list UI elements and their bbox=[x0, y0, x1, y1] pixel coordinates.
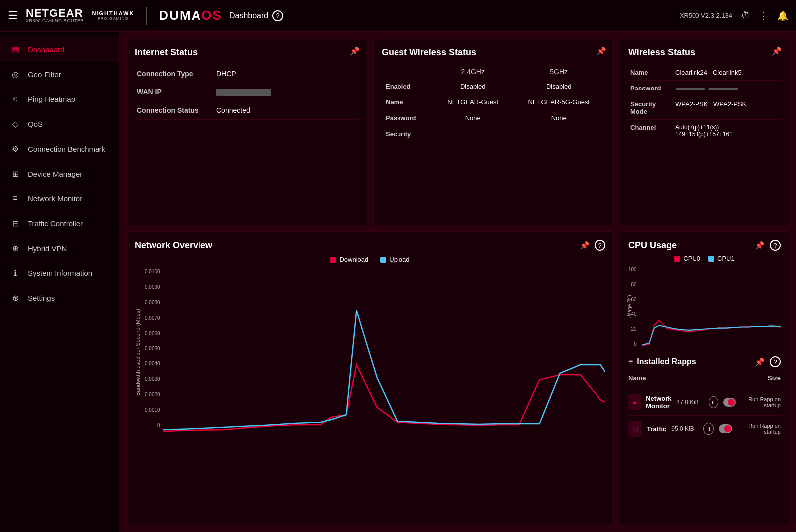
internet-status-card: Internet Status 📌 Connection Type DHCP W… bbox=[126, 39, 367, 225]
guest-wireless-title: Guest Wireless Status bbox=[382, 47, 605, 58]
table-row: Password bbox=[628, 81, 781, 96]
internet-status-pin[interactable]: 📌 bbox=[350, 46, 360, 56]
sidebar-label-system-information: System Information bbox=[28, 269, 92, 277]
upload-line bbox=[163, 310, 605, 430]
nighthawk-logo: NIGHTHAWK PRO GAMING bbox=[92, 10, 135, 21]
ping-heatmap-icon: ⌾ bbox=[10, 93, 21, 104]
rapp-startup-traffic: Run Rapp on startup bbox=[737, 423, 781, 435]
ws-sec-5: WPA2-PSK bbox=[713, 100, 746, 108]
network-overview-card: Network Overview 📌 ? Download Upload Ban… bbox=[126, 231, 614, 525]
table-row: Name NETGEAR-Guest NETGEAR-5G-Guest bbox=[382, 94, 605, 110]
upload-dot bbox=[380, 257, 386, 263]
rapp-name-network-monitor: NetworkMonitor bbox=[646, 395, 671, 410]
sidebar-item-dashboard[interactable]: ▦ Dashboard bbox=[0, 37, 119, 62]
sidebar-item-device-manager[interactable]: ⊞ Device Manager bbox=[0, 161, 119, 186]
notification-icon[interactable]: 🔔 bbox=[777, 10, 788, 21]
network-chart-inner: ↗ bbox=[163, 268, 605, 437]
cpu1-dot bbox=[708, 256, 714, 262]
ws-name-5: Clearlink5 bbox=[713, 69, 742, 76]
installed-rapps-title: Installed Rapps bbox=[637, 357, 696, 366]
download-line bbox=[163, 365, 605, 431]
geo-filter-icon: ◎ bbox=[10, 69, 21, 80]
gw-label-password: Password bbox=[382, 110, 433, 126]
cpu-usage-help[interactable]: ? bbox=[770, 240, 781, 251]
sidebar-item-ping-heatmap[interactable]: ⌾ Ping Heatmap bbox=[0, 87, 119, 111]
sidebar-item-traffic-controller[interactable]: ⊟ Traffic Controller bbox=[0, 211, 119, 236]
rapp-toggle-network-monitor[interactable] bbox=[723, 398, 736, 407]
gw-value-enabled-24: Disabled bbox=[433, 79, 512, 94]
sidebar-item-system-information[interactable]: ℹ System Information bbox=[0, 261, 119, 285]
ws-name-24: Clearlink24 bbox=[675, 69, 707, 76]
rapp-pause-network-monitor[interactable]: ⏸ bbox=[709, 396, 718, 408]
legend-download-label: Download bbox=[339, 256, 368, 263]
wireless-status-pin[interactable]: 📌 bbox=[772, 46, 782, 56]
gw-value-security-5 bbox=[512, 126, 605, 142]
settings-icon: ⊛ bbox=[10, 292, 21, 303]
rapp-pause-traffic[interactable]: ⏸ bbox=[703, 423, 714, 435]
rapp-toggle-traffic[interactable] bbox=[719, 424, 732, 433]
topnav-right: XR500 V2.3.2.134 ⏱ ⋮ 🔔 bbox=[680, 10, 788, 21]
cpu-y-label: Usage (%) bbox=[627, 295, 632, 318]
dashboard-icon: ▦ bbox=[10, 44, 21, 55]
qos-icon: ◇ bbox=[10, 118, 21, 129]
gw-value-name-5: NETGEAR-5G-Guest bbox=[512, 94, 605, 110]
cpu-usage-pin[interactable]: 📌 bbox=[755, 241, 765, 250]
table-row: Enabled Disabled Disabled bbox=[382, 79, 605, 94]
legend-upload-label: Upload bbox=[389, 256, 409, 263]
clock-icon[interactable]: ⏱ bbox=[741, 10, 750, 21]
sidebar-item-connection-benchmark[interactable]: ⚙ Connection Benchmark bbox=[0, 136, 119, 161]
rapp-toggle-knob-traffic bbox=[724, 425, 731, 432]
ws-values-name: Clearlink24 Clearlink5 bbox=[673, 65, 781, 81]
cpu1-line bbox=[642, 325, 781, 345]
traffic-controller-icon: ⊟ bbox=[10, 218, 21, 229]
sidebar-item-hybrid-vpn[interactable]: ⊕ Hybrid VPN bbox=[0, 236, 119, 261]
network-chart-container: Bandwidth used per Second (Mbps) 0.0100 … bbox=[135, 268, 605, 437]
table-row: Security bbox=[382, 126, 605, 142]
label-connection-type: Connection Type bbox=[135, 65, 214, 83]
sidebar: ▦ Dashboard ◎ Geo-Filter ⌾ Ping Heatmap … bbox=[0, 32, 119, 532]
value-wan-ip: ███████████ bbox=[214, 83, 359, 101]
guest-wireless-card: Guest Wireless Status 📌 2.4GHz 5GHz Enab… bbox=[373, 39, 614, 225]
sidebar-label-connection-benchmark: Connection Benchmark bbox=[28, 145, 105, 153]
ws-ch-5: 149+153(p)+157+161 bbox=[675, 131, 733, 138]
hybrid-vpn-icon: ⊕ bbox=[10, 243, 21, 254]
cpu-usage-card: CPU Usage 📌 ? CPU0 CPU1 100 bbox=[620, 231, 789, 525]
rapp-icon-traffic: ⊟ bbox=[628, 421, 642, 437]
ws-pw-24 bbox=[676, 88, 705, 90]
sidebar-item-geo-filter[interactable]: ◎ Geo-Filter bbox=[0, 62, 119, 87]
more-options-icon[interactable]: ⋮ bbox=[759, 10, 768, 21]
sidebar-label-qos: QoS bbox=[28, 120, 43, 128]
network-overview-pin[interactable]: 📌 bbox=[580, 241, 590, 250]
help-button[interactable]: ? bbox=[272, 10, 283, 21]
brand-sub: XR500 GAMING ROUTER bbox=[26, 19, 84, 23]
pro-gaming-label: PRO GAMING bbox=[98, 16, 128, 21]
menu-icon[interactable]: ☰ bbox=[8, 9, 18, 22]
device-manager-icon: ⊞ bbox=[10, 168, 21, 179]
sidebar-item-settings[interactable]: ⊛ Settings bbox=[0, 285, 119, 310]
rapps-help[interactable]: ? bbox=[770, 356, 781, 367]
cpu-chart-inner: Usage (%) bbox=[642, 267, 781, 347]
rapps-col-name: Name bbox=[628, 374, 646, 382]
cpu-chart-svg bbox=[642, 267, 781, 347]
chart-legend: Download Upload bbox=[135, 256, 605, 263]
ws-values-password bbox=[673, 81, 781, 96]
gw-value-enabled-5: Disabled bbox=[512, 79, 605, 94]
network-overview-title: Network Overview bbox=[135, 240, 212, 251]
guest-wireless-pin[interactable]: 📌 bbox=[597, 46, 606, 56]
label-wan-ip: WAN IP bbox=[135, 83, 214, 101]
sidebar-label-ping-heatmap: Ping Heatmap bbox=[28, 95, 75, 103]
ws-pw-5 bbox=[708, 88, 738, 90]
internet-status-title: Internet Status bbox=[135, 47, 359, 58]
legend-cpu1: CPU1 bbox=[708, 255, 735, 262]
sidebar-item-qos[interactable]: ◇ QoS bbox=[0, 111, 119, 136]
rapps-pin[interactable]: 📌 bbox=[755, 357, 765, 367]
table-row: WAN IP ███████████ bbox=[135, 83, 359, 101]
wireless-status-table: Name Clearlink24 Clearlink5 Password bbox=[628, 65, 781, 142]
network-overview-help[interactable]: ? bbox=[595, 240, 605, 251]
sidebar-label-hybrid-vpn: Hybrid VPN bbox=[28, 244, 67, 253]
y-axis-label: Bandwidth used per Second (Mbps) bbox=[135, 268, 141, 437]
sidebar-item-network-monitor[interactable]: ≡ Network Monitor bbox=[0, 186, 119, 211]
brand-name: NETGEAR bbox=[26, 8, 84, 19]
ws-values-security: WPA2-PSK WPA2-PSK bbox=[673, 96, 781, 120]
sidebar-label-device-manager: Device Manager bbox=[28, 170, 82, 178]
